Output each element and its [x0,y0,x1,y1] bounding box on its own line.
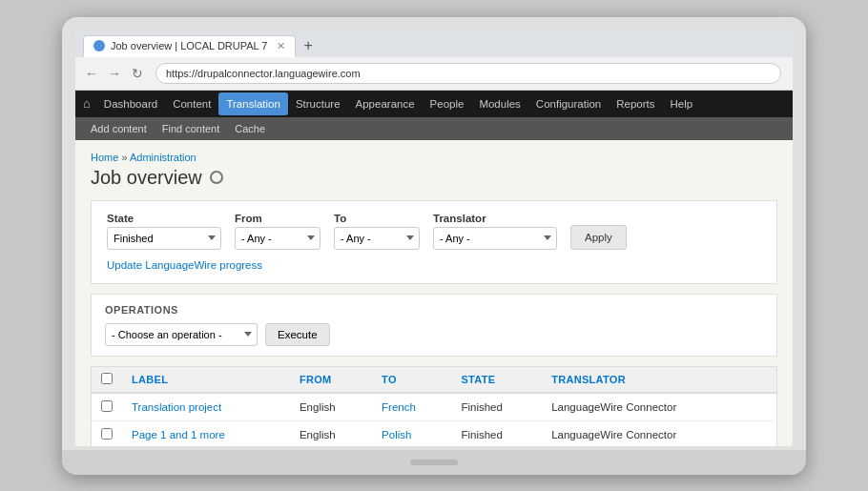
filter-form: State Finished - Any - Active Aborted Fr… [91,200,777,284]
operations-select[interactable]: - Choose an operation - [105,323,258,346]
table-row: Page 1 and 1 more English Polish Finishe… [92,420,777,446]
new-tab-button[interactable]: + [298,38,318,57]
row2-from: English [290,420,372,446]
operations-row: - Choose an operation - Execute [105,323,763,346]
header-from: FROM [290,366,372,393]
to-select[interactable]: - Any - French Polish [334,227,420,250]
nav-item-help[interactable]: Help [663,92,701,115]
header-checkbox-col [92,366,123,393]
apply-button[interactable]: Apply [570,225,627,250]
breadcrumb-separator: » [121,152,130,163]
to-label: To [334,213,420,224]
browser-window: Job overview | LOCAL DRUPAL 7 ✕ + ← → ↻ … [75,31,793,446]
to-filter-group: To - Any - French Polish [334,213,420,250]
table-row: Translation project English French Finis… [92,393,777,421]
sub-nav-find-content[interactable]: Find content [155,119,228,138]
home-icon[interactable]: ⌂ [83,96,91,111]
operations-section: OPERATIONS - Choose an operation - Execu… [91,294,777,357]
page-title-text: Job overview [91,167,202,189]
row1-to-link[interactable]: French [382,401,416,413]
state-filter-group: State Finished - Any - Active Aborted [107,213,221,250]
row2-to: Polish [372,420,451,446]
nav-item-configuration[interactable]: Configuration [528,92,609,115]
reload-button[interactable]: ↻ [129,65,146,82]
sub-nav-add-content[interactable]: Add content [83,119,155,138]
page-title: Job overview [91,167,777,189]
tab-close-button[interactable]: ✕ [277,40,285,52]
nav-item-people[interactable]: People [423,92,472,115]
forward-button[interactable]: → [106,65,123,82]
select-all-checkbox[interactable] [101,373,113,384]
translator-filter-group: Translator - Any - LanguageWire Connecto… [433,213,557,250]
table-header-row: LABEL FROM TO STATE TRANSLATOR [92,366,777,393]
row2-label: Page 1 and 1 more [122,420,290,446]
nav-item-translation[interactable]: Translation [218,92,287,115]
row2-to-link[interactable]: Polish [382,429,411,440]
nav-item-content[interactable]: Content [165,92,218,115]
row1-from: English [290,393,372,421]
update-languagewire-link[interactable]: Update LanguageWire progress [107,259,262,271]
from-filter-group: From - Any - English [235,213,320,250]
row1-state: Finished [451,393,542,421]
from-select[interactable]: - Any - English [235,227,320,250]
laptop-base [62,450,806,475]
breadcrumb-admin[interactable]: Administration [130,152,196,163]
from-label: From [235,213,320,224]
translator-label: Translator [433,213,557,224]
row2-translator: LanguageWire Connector [542,420,776,446]
gear-icon[interactable] [210,171,223,184]
tab-bar: Job overview | LOCAL DRUPAL 7 ✕ + [75,31,793,57]
row1-checkbox[interactable] [101,400,113,412]
page-content: Home » Administration Job overview State… [75,140,793,446]
state-label: State [107,213,221,224]
laptop-frame: Job overview | LOCAL DRUPAL 7 ✕ + ← → ↻ … [62,17,806,475]
row1-label: Translation project [122,393,290,421]
row1-translator: LanguageWire Connector [542,393,776,421]
breadcrumb: Home » Administration [91,152,777,163]
nav-item-reports[interactable]: Reports [609,92,662,115]
browser-toolbar: ← → ↻ [75,57,793,91]
row2-label-link[interactable]: Page 1 and 1 more [132,429,225,440]
row2-state: Finished [451,420,542,446]
active-tab[interactable]: Job overview | LOCAL DRUPAL 7 ✕ [83,35,296,57]
breadcrumb-home[interactable]: Home [91,152,118,163]
translator-select[interactable]: - Any - LanguageWire Connector File tran… [433,227,557,250]
address-bar[interactable] [155,63,781,84]
back-button[interactable]: ← [83,65,100,82]
row2-checkbox[interactable] [101,428,113,440]
row1-label-link[interactable]: Translation project [132,401,221,413]
execute-button[interactable]: Execute [265,323,330,346]
jobs-table: LABEL FROM TO STATE TRANSLATOR Translati… [91,366,777,446]
row1-to: French [372,393,451,421]
main-navigation: ⌂ Dashboard Content Translation Structur… [75,91,793,117]
header-translator: TRANSLATOR [542,366,776,393]
nav-item-appearance[interactable]: Appearance [348,92,423,115]
state-select[interactable]: Finished - Any - Active Aborted [107,227,221,250]
header-label: LABEL [122,366,290,393]
laptop-notch [410,460,458,465]
nav-item-dashboard[interactable]: Dashboard [96,92,165,115]
sub-navigation: Add content Find content Cache [75,117,793,140]
tab-favicon [93,40,105,51]
row2-checkbox-cell [92,420,123,446]
nav-item-modules[interactable]: Modules [471,92,527,115]
filter-row: State Finished - Any - Active Aborted Fr… [107,213,761,250]
nav-item-structure[interactable]: Structure [288,92,348,115]
operations-title: OPERATIONS [105,304,763,316]
header-to: TO [372,366,451,393]
header-state: STATE [451,366,542,393]
tab-title: Job overview | LOCAL DRUPAL 7 [111,40,267,51]
sub-nav-cache[interactable]: Cache [227,119,273,138]
row1-checkbox-cell [92,393,123,421]
